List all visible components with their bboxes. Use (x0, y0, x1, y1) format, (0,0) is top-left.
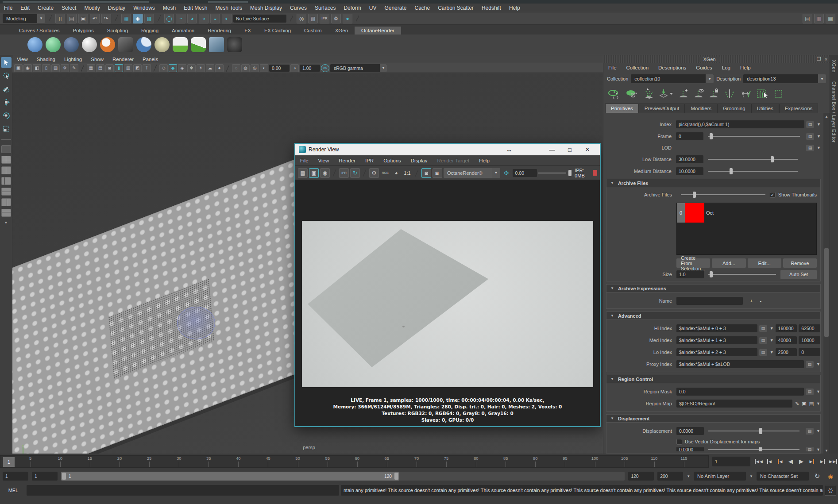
chevron-down-icon[interactable]: ▼ (817, 146, 821, 150)
shelf-icon-camera[interactable] (118, 37, 133, 52)
shelf-tab[interactable]: OctaneRender (355, 27, 401, 35)
chevron-down-icon[interactable]: ▼ (816, 362, 820, 366)
scattered-archive-ground-plane[interactable] (12, 156, 321, 454)
menu-item[interactable]: Cache (410, 5, 434, 11)
auto-set-button[interactable]: Auto Set (780, 270, 817, 279)
command-input[interactable] (27, 485, 339, 496)
empty-region-icon[interactable] (773, 88, 784, 99)
expression-editor-icon[interactable]: ▤ (759, 325, 767, 332)
frame-field[interactable]: 0 (676, 132, 703, 140)
layout-more-dropdown[interactable]: ▼ (1, 219, 12, 226)
panel-menu-item[interactable]: Renderer (108, 57, 138, 62)
index-expression-field[interactable]: pick(rand(),0,$aCount-1) (676, 120, 804, 128)
advanced-section-header[interactable]: ▼ Advanced (606, 312, 821, 320)
index-value-2[interactable]: 10000 (799, 336, 820, 344)
index-value-1[interactable]: 40000 (776, 336, 797, 344)
xgen-menu-item[interactable]: Log (717, 65, 735, 70)
redo-previous-render-icon[interactable]: ▤ (298, 168, 308, 178)
xgen-tab[interactable]: Expressions (779, 104, 819, 113)
remove-image-icon[interactable]: ◙× (433, 168, 442, 178)
xgen-menu-item[interactable]: Guides (691, 65, 717, 70)
chevron-down-icon[interactable]: ▼ (817, 122, 821, 127)
film-gate-icon[interactable]: ▤ (96, 64, 104, 72)
shelf-tab[interactable]: Animation (165, 27, 201, 35)
step-forward-key-button[interactable]: ▶ (807, 457, 817, 466)
ipr-render-icon[interactable]: IPR (339, 168, 349, 178)
add-guide-icon[interactable] (679, 88, 689, 99)
name-field[interactable] (676, 297, 743, 305)
playback-options-icon[interactable]: ↻ (812, 471, 822, 481)
medium-distance-field[interactable]: 10.0000 (676, 167, 703, 175)
menu-item[interactable]: Mesh Display (246, 5, 286, 11)
script-editor-icon[interactable]: {;} (825, 485, 836, 496)
shelf-icon-monitors[interactable] (209, 37, 224, 52)
expression-editor-icon[interactable]: ▤ (759, 337, 767, 344)
archive-files-slider[interactable] (681, 191, 765, 198)
snap-curve-icon-4[interactable]: ◑ (199, 14, 209, 23)
update-preview-icon[interactable] (608, 89, 621, 99)
expression-editor-icon[interactable]: ▤ (806, 133, 814, 140)
play-backwards-button[interactable]: ◀ (786, 457, 796, 466)
anim-layer-selector[interactable]: No Anim Layer (694, 472, 746, 481)
layout-single-pane-button[interactable] (1, 145, 11, 153)
grid-icon[interactable]: ▦ (87, 64, 95, 72)
archive-file-list[interactable]: 0 Oct (676, 203, 817, 255)
menu-item[interactable]: Mesh (159, 5, 180, 11)
scrollbar-thumb[interactable] (824, 248, 829, 337)
collection-selector[interactable]: collection10 ▼ (631, 74, 714, 83)
snap-to-curve-icon[interactable]: ◈ (133, 14, 143, 23)
shelf-tab[interactable]: Curves / Surfaces (12, 27, 66, 35)
archive-button[interactable]: Create From Selection... (676, 258, 710, 268)
rotate-tool[interactable] (1, 110, 12, 121)
size-slider[interactable] (708, 271, 776, 278)
toggle-guide-display-icon[interactable] (694, 88, 704, 99)
chevron-down-icon[interactable]: ▼ (816, 389, 820, 394)
shelf-tab[interactable]: Custom (297, 27, 328, 35)
gamma-icon[interactable]: ◑ (290, 64, 299, 72)
render-exposure-field[interactable]: 0.00 (513, 169, 537, 177)
expression-editor-icon[interactable]: ▤ (806, 121, 814, 128)
chevron-down-icon[interactable]: ▼ (770, 326, 774, 331)
clipped-displacement-bound-slider[interactable] (708, 447, 799, 451)
xgen-tab[interactable]: Modifiers (685, 104, 717, 113)
menu-item[interactable]: Carbon Scatter (434, 5, 478, 11)
show-thumbnails-checkbox[interactable]: ✓ (770, 192, 776, 198)
expression-editor-icon[interactable]: ▤ (806, 145, 814, 151)
snap-curve-icon-6[interactable]: ◐ (222, 14, 232, 23)
character-set-selector[interactable]: No Character Set (757, 472, 809, 481)
archive-expressions-section-header[interactable]: ▼ Archive Expressions (606, 284, 821, 292)
lock-guides-icon[interactable] (709, 88, 719, 99)
menu-set-selector[interactable]: Modeling ▼ (3, 14, 45, 23)
panel-menu-item[interactable]: Lighting (60, 57, 86, 62)
render-view-menu-item[interactable]: Options (378, 158, 406, 163)
part-guides-icon[interactable] (724, 88, 735, 99)
isolate-select-icon[interactable]: ◌ (232, 64, 240, 72)
camera-attributes-icon[interactable]: ◧ (33, 64, 41, 72)
lasso-select-tool[interactable] (1, 70, 12, 81)
render-view-menu-item[interactable]: IPR (360, 158, 378, 163)
real-size-icon[interactable]: 1:1 (402, 168, 412, 178)
paint-map-icon[interactable]: ✎ (795, 401, 799, 407)
browse-folder-icon[interactable]: ▤ (809, 401, 814, 407)
shelf-icon-sphere-checker[interactable] (82, 37, 97, 52)
select-camera-icon[interactable]: ▣ (14, 64, 23, 72)
layout-graph-editor-button[interactable] (1, 188, 11, 196)
render-region-icon[interactable]: ▧ (308, 14, 318, 23)
render-view-menu-item[interactable]: Display (406, 158, 433, 163)
live-surface-field[interactable]: No Live Surface (233, 15, 286, 23)
shelf-tab[interactable]: Rigging (135, 27, 165, 35)
close-button[interactable]: × (579, 144, 596, 155)
index-expression-field[interactable]: $aIndex*$aMul + 0 + 3 (676, 324, 757, 332)
select-guides-brush-icon[interactable] (757, 88, 769, 99)
save-scene-icon[interactable]: ▣ (78, 14, 88, 23)
snap-curve-icon-3[interactable]: ◕ (187, 14, 197, 23)
view-transform-selector[interactable]: sRGB gamma ▼ (330, 64, 387, 72)
rgb-channels-icon[interactable]: RGB (380, 168, 390, 178)
shelf-icon-character-green[interactable] (173, 37, 188, 52)
greasepencil-icon[interactable]: ✎ (70, 64, 78, 72)
toolbar-separator[interactable] (158, 14, 161, 23)
menu-item[interactable]: Select (58, 5, 80, 11)
new-scene-icon[interactable]: ▯ (55, 14, 65, 23)
chevron-down-icon[interactable]: ▼ (770, 338, 774, 342)
minimize-button[interactable]: — (543, 144, 561, 155)
